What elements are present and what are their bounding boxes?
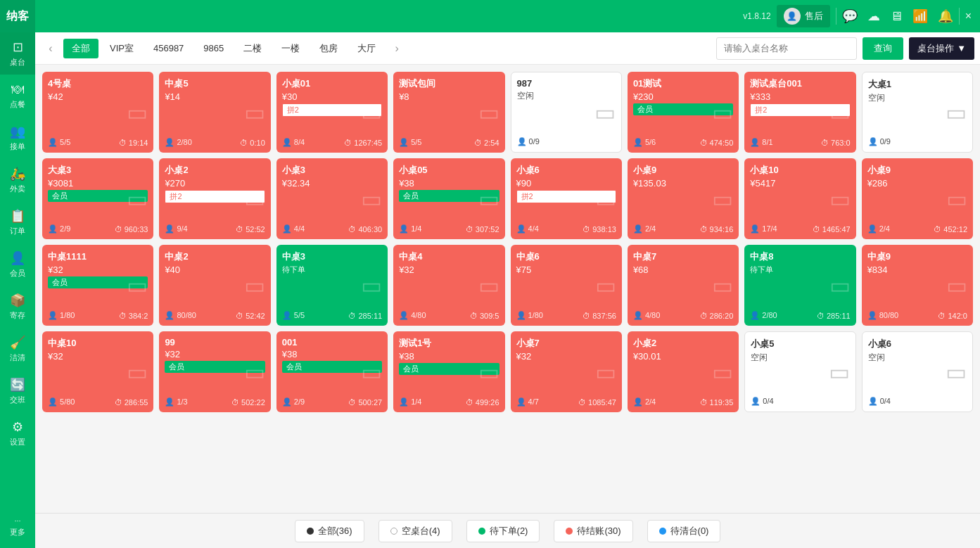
table-card[interactable]: 小桌6 ¥90 拼2 ▭ 👤 4/4 ⏱ 938:13 bbox=[511, 158, 622, 239]
card-footer: 👤 8/1 ⏱ 763:0 bbox=[750, 138, 850, 147]
card-time: ⏱ 119:35 bbox=[700, 398, 734, 407]
search-input[interactable] bbox=[716, 37, 857, 60]
table-card[interactable]: 中桌2 ¥40 ▭ 👤 80/80 ⏱ 52:42 bbox=[159, 245, 270, 326]
sidebar-item-settings[interactable]: ⚙ 设置 bbox=[0, 412, 35, 454]
table-card[interactable]: 001 ¥38 会员 ▭ 👤 2/9 ⏱ 500:27 bbox=[276, 331, 388, 412]
table-card[interactable]: 小桌6 空闲 ▭ 👤 0/4 bbox=[862, 331, 973, 412]
tab-hall[interactable]: 大厅 bbox=[349, 39, 384, 58]
tab-456987[interactable]: 456987 bbox=[145, 39, 192, 57]
table-card[interactable]: 大桌3 ¥3081 会员 ▭ 👤 2/9 ⏱ 960:33 bbox=[42, 158, 153, 239]
status-free[interactable]: 空桌台(4) bbox=[378, 520, 452, 542]
tab-all[interactable]: 全部 bbox=[63, 39, 98, 58]
table-ops-button[interactable]: 桌台操作 ▼ bbox=[909, 37, 974, 60]
card-people: 👤 2/4 bbox=[867, 224, 890, 234]
sidebar-more[interactable]: ··· 更多 bbox=[0, 506, 35, 548]
topbar: v1.8.12 👤 售后 💬 ☁ 🖥 📶 🔔 × bbox=[35, 0, 980, 32]
card-title: 测试桌台001 bbox=[750, 77, 850, 90]
sidebar-item-takeout[interactable]: 🛵 外卖 bbox=[0, 159, 35, 201]
table-card[interactable]: 小桌05 ¥38 会员 ▭ 👤 1/4 ⏱ 307:52 bbox=[393, 158, 504, 239]
tab-floor2[interactable]: 二楼 bbox=[235, 39, 270, 58]
table-card[interactable]: 01测试 ¥230 会员 ▭ 👤 5/6 ⏱ 474:50 bbox=[628, 72, 739, 153]
table-card[interactable]: 中桌4 ¥32 ▭ 👤 4/80 ⏱ 309:5 bbox=[393, 245, 504, 326]
card-time: ⏱ 307:52 bbox=[466, 225, 499, 234]
table-ops-arrow: ▼ bbox=[957, 43, 966, 53]
card-title: 01测试 bbox=[633, 77, 733, 90]
sidebar-item-clean[interactable]: 🧹 洁清 bbox=[0, 328, 35, 370]
card-time: ⏱ 452:12 bbox=[934, 225, 967, 234]
table-card[interactable]: 4号桌 ¥42 ▭ 👤 5/5 ⏱ 19:14 bbox=[42, 72, 153, 153]
card-time: ⏱ 285:11 bbox=[348, 312, 382, 320]
table-card[interactable]: 中桌1111 ¥32 会员 ▭ 👤 1/80 ⏱ 384:2 bbox=[42, 245, 153, 326]
table-shape-icon: ▭ bbox=[127, 99, 148, 126]
table-card[interactable]: 99 ¥32 会员 ▭ 👤 1/3 ⏱ 502:22 bbox=[159, 331, 270, 412]
card-time: ⏱ 502:22 bbox=[231, 398, 265, 407]
table-card[interactable]: 中桌7 ¥68 ▭ 👤 4/80 ⏱ 286:20 bbox=[628, 245, 739, 326]
sidebar-item-shift[interactable]: 🔄 交班 bbox=[0, 370, 35, 412]
sidebar-item-order[interactable]: 🍽 点餐 bbox=[0, 75, 35, 117]
table-card[interactable]: 中桌9 ¥834 ▭ 👤 80/80 ⏱ 142:0 bbox=[862, 245, 973, 326]
table-card[interactable]: 小桌10 ¥5417 ▭ 👤 17/4 ⏱ 1465:47 bbox=[744, 158, 855, 239]
card-time: ⏱ 52:52 bbox=[236, 225, 265, 234]
table-card[interactable]: 测试1号 ¥38 会员 ▭ 👤 1/4 ⏱ 499:26 bbox=[393, 331, 504, 412]
status-pending-pay[interactable]: 待结账(30) bbox=[554, 520, 632, 542]
sidebar-label-storage: 寄存 bbox=[10, 310, 25, 321]
nav-next-arrow[interactable]: › bbox=[387, 39, 407, 58]
table-card[interactable]: 测试桌台001 ¥333 拼2 ▭ 👤 8/1 ⏱ 763:0 bbox=[744, 72, 855, 153]
table-card[interactable]: 测试包间 ¥8 ▭ 👤 5/5 ⏱ 2:54 bbox=[393, 72, 504, 153]
tab-9865[interactable]: 9865 bbox=[195, 39, 232, 57]
cloud-icon[interactable]: ☁ bbox=[867, 8, 880, 24]
table-card[interactable]: 中桌10 ¥32 ▭ 👤 5/80 ⏱ 286:55 bbox=[42, 331, 153, 412]
table-shape-icon: ▭ bbox=[478, 359, 499, 385]
sidebar-label-table: 桌台 bbox=[10, 57, 25, 68]
sidebar-item-orders[interactable]: 📋 订单 bbox=[0, 201, 35, 243]
card-title: 小桌9 bbox=[867, 164, 967, 177]
table-card[interactable]: 小桌5 空闲 ▭ 👤 0/4 bbox=[744, 331, 855, 412]
card-footer: 👤 80/80 ⏱ 52:42 bbox=[165, 311, 265, 320]
table-card[interactable]: 小桌01 ¥30 拼2 ▭ 👤 8/4 ⏱ 1267:45 bbox=[276, 72, 388, 153]
settings-icon: ⚙ bbox=[12, 419, 23, 435]
card-footer: 👤 17/4 ⏱ 1465:47 bbox=[750, 224, 850, 234]
sidebar-item-reception[interactable]: 👥 接单 bbox=[0, 117, 35, 159]
table-card[interactable]: 中桌3 待下单 ▭ 👤 5/5 ⏱ 285:11 bbox=[276, 245, 388, 326]
table-shape-icon: ▭ bbox=[829, 272, 851, 299]
table-card[interactable]: 大桌1 空闲 ▭ 👤 0/9 bbox=[862, 72, 973, 153]
reception-icon: 👥 bbox=[10, 124, 25, 139]
table-card[interactable]: 小桌9 ¥135.03 ▭ 👤 2/4 ⏱ 934:16 bbox=[628, 158, 739, 239]
sidebar-item-table[interactable]: ⊡ 桌台 bbox=[0, 32, 35, 75]
tab-floor1[interactable]: 一楼 bbox=[273, 39, 308, 58]
bell-icon[interactable]: 🔔 bbox=[938, 8, 953, 24]
table-card[interactable]: 小桌9 ¥286 ▭ 👤 2/4 ⏱ 452:12 bbox=[862, 158, 973, 239]
card-title: 中桌2 bbox=[165, 250, 265, 263]
table-card[interactable]: 小桌2 ¥30.01 ▭ 👤 2/4 ⏱ 119:35 bbox=[628, 331, 739, 412]
tab-vip[interactable]: VIP室 bbox=[101, 39, 142, 58]
tab-private[interactable]: 包房 bbox=[311, 39, 346, 58]
statusbar: 全部(36) 空桌台(4) 待下单(2) 待结账(30) 待清台(0) bbox=[35, 513, 980, 548]
status-all[interactable]: 全部(36) bbox=[295, 520, 364, 542]
card-time: ⏱ 499:26 bbox=[466, 398, 499, 407]
table-shape-icon: ▭ bbox=[829, 99, 851, 126]
card-people: 👤 80/80 bbox=[165, 311, 196, 320]
status-pending-clear[interactable]: 待清台(0) bbox=[647, 520, 721, 542]
table-card[interactable]: 小桌7 ¥32 ▭ 👤 4/7 ⏱ 1085:47 bbox=[511, 331, 622, 412]
table-card[interactable]: 中桌8 待下单 ▭ 👤 2/80 ⏱ 285:11 bbox=[744, 245, 855, 326]
card-footer: 👤 1/80 ⏱ 384:2 bbox=[48, 311, 148, 320]
nav-prev-arrow[interactable]: ‹ bbox=[41, 39, 61, 58]
table-shape-icon: ▭ bbox=[478, 186, 499, 212]
user-profile[interactable]: 👤 售后 bbox=[777, 5, 830, 27]
table-card[interactable]: 小桌3 ¥32.34 ▭ 👤 4/4 ⏱ 406:30 bbox=[276, 158, 388, 239]
card-footer: 👤 4/80 ⏱ 309:5 bbox=[399, 311, 499, 320]
table-card[interactable]: 987 空闲 ▭ 👤 0/9 bbox=[511, 72, 622, 153]
search-button[interactable]: 查询 bbox=[863, 37, 903, 60]
close-button[interactable]: × bbox=[965, 10, 972, 23]
wifi-icon[interactable]: 📶 bbox=[912, 8, 928, 24]
table-card[interactable]: 中桌6 ¥75 ▭ 👤 1/80 ⏱ 837:56 bbox=[511, 245, 622, 326]
status-pending-order[interactable]: 待下单(2) bbox=[466, 520, 540, 542]
card-time: ⏱ 1465:47 bbox=[813, 225, 851, 234]
main-content: v1.8.12 👤 售后 💬 ☁ 🖥 📶 🔔 × ‹ 全部 VIP室 45698… bbox=[35, 0, 980, 548]
sidebar-item-storage[interactable]: 📦 寄存 bbox=[0, 286, 35, 328]
sidebar-item-member[interactable]: 👤 会员 bbox=[0, 243, 35, 286]
screen-icon[interactable]: 🖥 bbox=[890, 9, 903, 24]
chat-icon[interactable]: 💬 bbox=[842, 8, 858, 24]
table-card[interactable]: 小桌2 ¥270 拼2 ▭ 👤 9/4 ⏱ 52:52 bbox=[159, 158, 270, 239]
table-card[interactable]: 中桌5 ¥14 ▭ 👤 2/80 ⏱ 0:10 bbox=[159, 72, 270, 153]
